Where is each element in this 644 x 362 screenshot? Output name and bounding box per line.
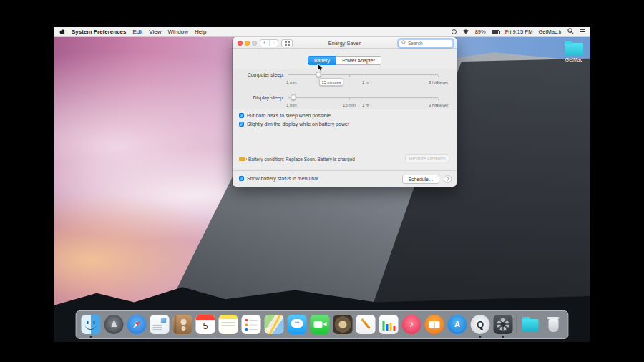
spotlight-icon[interactable] <box>567 28 574 36</box>
display-sleep-label: Display sleep: <box>233 95 284 100</box>
tick <box>349 98 350 100</box>
tick-label: Never <box>436 103 448 107</box>
slider-track <box>288 74 438 76</box>
checkbox-row-dim-display: ✓ Slightly dim the display while on batt… <box>239 122 349 127</box>
dock-icon-appstore[interactable]: A <box>448 315 467 334</box>
show-battery-status-label: Show battery status in menu bar <box>247 176 318 181</box>
dock-icon-downloads[interactable] <box>521 315 540 334</box>
status-ring-icon[interactable] <box>452 29 457 34</box>
search-input[interactable] <box>408 41 450 46</box>
running-indicator <box>90 336 92 338</box>
menu-clock[interactable]: Fri 9:15 PM <box>505 29 533 35</box>
dock-icon-finder[interactable] <box>82 315 101 334</box>
computer-sleep-label: Computer sleep: <box>233 72 284 77</box>
battery-percent-text: 89% <box>475 29 486 35</box>
dock-icon-notes[interactable] <box>219 315 238 334</box>
folder-icon <box>565 43 583 56</box>
dock-icon-reminders[interactable] <box>242 315 261 334</box>
menu-view[interactable]: View <box>149 27 161 36</box>
dock-icon-messages[interactable]: ••• <box>288 315 307 334</box>
show-battery-status-checkbox[interactable]: ✓ <box>239 176 244 181</box>
app-store-icon: A <box>448 315 467 334</box>
display-sleep-slider[interactable] <box>288 94 438 101</box>
checkbox-row-hard-disks: ✓ Put hard disks to sleep when possible <box>239 113 331 118</box>
menu-app-name[interactable]: System Preferences <box>72 27 127 36</box>
help-button[interactable]: ? <box>444 175 452 183</box>
dock-icon-numbers[interactable] <box>379 315 399 334</box>
search-field[interactable] <box>399 39 453 47</box>
battery-warning-icon <box>239 157 245 161</box>
tick <box>434 98 434 100</box>
dock-icon-contacts[interactable] <box>173 315 192 334</box>
display-sleep-handle[interactable] <box>291 94 296 100</box>
tab-power-adapter[interactable]: Power Adapter <box>336 56 381 65</box>
hard-disks-checkbox[interactable]: ✓ <box>239 113 244 118</box>
trash-icon <box>544 315 563 334</box>
quicktime-icon: Q <box>471 315 490 334</box>
menu-window[interactable]: Window <box>168 27 188 36</box>
tick <box>349 75 350 77</box>
schedule-button[interactable]: Schedule… <box>402 175 439 184</box>
notification-center-icon[interactable] <box>580 29 585 34</box>
music-note-glyph: ♪ <box>402 315 421 334</box>
apple-menu-icon[interactable] <box>59 28 65 36</box>
messages-dots: ••• <box>288 320 307 324</box>
computer-sleep-slider[interactable] <box>288 72 438 78</box>
itunes-icon: ♪ <box>402 315 421 334</box>
dock-icon-facetime[interactable] <box>311 315 330 334</box>
calendar-icon: 5 <box>196 315 215 334</box>
battery-condition-row: Battery condition: Replace Soon. Battery… <box>239 157 355 162</box>
computer-sleep-ticks: 1 min 1 hr 3 hrs Never <box>288 80 438 86</box>
show-battery-status-row: ✓ Show battery status in menu bar <box>239 176 318 181</box>
tick-label: 1 min <box>286 80 297 84</box>
screen: System Preferences Edit View Window Help… <box>0 0 644 362</box>
iphoto-icon <box>333 315 353 334</box>
tick <box>366 98 366 100</box>
dock-icon-pages[interactable] <box>356 315 376 334</box>
reminders-icon <box>242 315 261 334</box>
messages-icon: ••• <box>288 315 307 334</box>
pages-icon <box>356 315 376 334</box>
mouse-cursor <box>317 63 324 76</box>
tick <box>366 75 366 77</box>
battery-condition-text[interactable]: Battery condition: Replace Soon. Battery… <box>248 157 355 162</box>
dock-icon-mail[interactable] <box>150 315 170 334</box>
menu-bar-left: System Preferences Edit View Window Help <box>59 27 206 36</box>
running-indicator <box>502 336 504 338</box>
dock-icon-quicktime[interactable]: Q <box>471 315 490 334</box>
menu-help[interactable]: Help <box>195 27 206 36</box>
dock-icon-itunes[interactable]: ♪ <box>402 315 421 334</box>
finder-icon <box>82 315 101 334</box>
dock-icon-safari[interactable] <box>127 315 147 334</box>
battery-icon[interactable] <box>492 30 499 34</box>
facetime-icon <box>311 315 330 334</box>
dock-icon-ibooks[interactable] <box>425 315 444 334</box>
dock-icon-iphoto[interactable] <box>333 315 353 334</box>
system-preferences-icon <box>494 315 513 334</box>
dock-divider <box>517 314 517 334</box>
desktop: System Preferences Edit View Window Help… <box>54 27 590 342</box>
dock-icon-trash[interactable] <box>544 315 563 334</box>
wifi-icon[interactable] <box>462 29 469 36</box>
dim-display-checkbox[interactable]: ✓ <box>239 122 244 127</box>
calendar-day: 5 <box>196 321 215 331</box>
hard-disks-label: Put hard disks to sleep when possible <box>247 113 331 118</box>
running-indicator <box>479 336 482 338</box>
dock-icon-maps[interactable] <box>265 315 284 334</box>
contacts-icon <box>173 315 192 334</box>
menu-edit[interactable]: Edit <box>133 27 143 36</box>
dock-icon-launchpad[interactable] <box>104 315 124 334</box>
slider-value-tooltip: 15 minutes <box>319 78 343 86</box>
launchpad-icon <box>104 315 124 334</box>
menu-account[interactable]: GetMac.ir <box>538 29 562 35</box>
slider-track <box>288 97 438 99</box>
dock-icon-calendar[interactable]: 5 <box>196 315 215 334</box>
restore-defaults-button[interactable]: Restore Defaults <box>405 154 449 162</box>
window-titlebar[interactable]: ‹ › Energy Saver <box>233 37 457 49</box>
power-source-tabs: Battery Power Adapter <box>233 56 457 65</box>
desktop-folder-getmac[interactable]: GetMac <box>562 43 586 62</box>
dock-icon-system-preferences[interactable] <box>494 315 513 334</box>
menu-bar-status: 89% Fri 9:15 PM GetMac.ir <box>452 28 585 36</box>
dim-display-label: Slightly dim the display while on batter… <box>247 122 349 127</box>
quicktime-q-glyph: Q <box>471 315 490 334</box>
